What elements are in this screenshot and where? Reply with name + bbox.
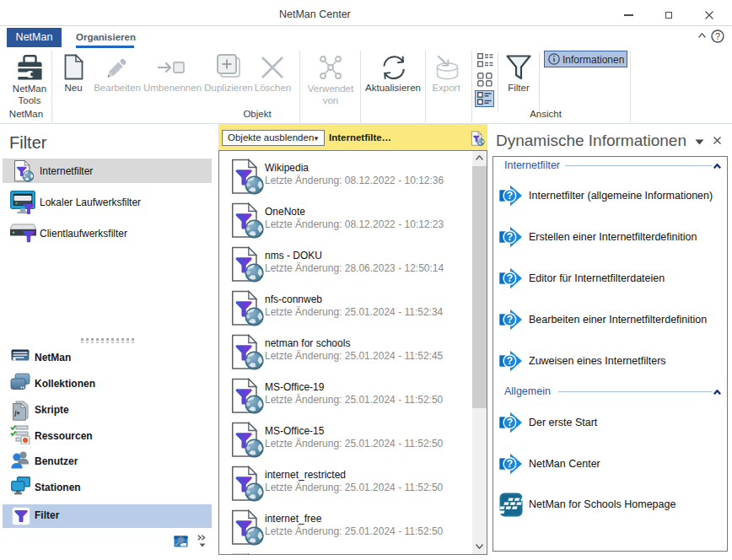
svg-text:/*: /* xyxy=(14,409,20,418)
svg-text:?: ? xyxy=(715,31,720,41)
